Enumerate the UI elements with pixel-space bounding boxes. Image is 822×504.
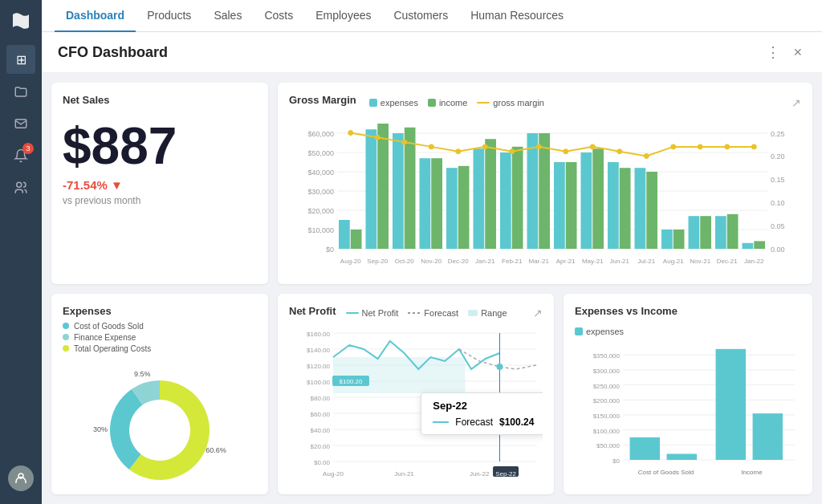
svg-rect-62 [689,216,700,249]
dashboard-actions: ⋮ ✕ [763,42,806,63]
svg-text:Mar-21: Mar-21 [529,258,550,265]
legend-gross-margin: gross margin [477,98,544,108]
svg-rect-135 [667,453,697,459]
svg-rect-48 [566,162,577,249]
svg-text:$30,000: $30,000 [307,188,334,196]
svg-text:Apr-21: Apr-21 [556,258,576,265]
svg-rect-42 [512,147,523,249]
svg-rect-38 [474,148,485,249]
svg-point-76 [482,144,487,149]
svg-rect-54 [620,168,631,249]
svg-text:$60.00: $60.00 [311,411,331,418]
nav-customers[interactable]: Customers [382,0,459,32]
change-arrow-icon: ▼ [111,178,123,192]
svg-rect-26 [366,129,377,249]
donut-legend-cogs: Cost of Goods Sold [63,322,257,331]
more-options-button[interactable]: ⋮ [763,42,783,63]
mail-icon[interactable] [6,109,35,138]
svg-rect-59 [661,230,673,249]
folder-icon[interactable] [6,77,35,106]
svg-rect-137 [753,413,783,460]
exp-income-legend: expenses [575,327,801,336]
legend-exp-income-expenses: expenses [575,327,624,336]
exp-income-title: Expenses vs Income [575,305,678,317]
expand-icon[interactable]: ↗ [791,96,801,109]
svg-text:Feb-21: Feb-21 [502,258,523,265]
notification-icon[interactable]: 3 [6,141,35,170]
gross-margin-chart: $60,000$50,000$40,000$30,000$20,000$10,0… [289,116,801,273]
nav-dashboard[interactable]: Dashboard [55,0,136,32]
svg-rect-30 [405,128,416,249]
svg-text:$140.00: $140.00 [307,347,330,354]
svg-point-84 [698,144,702,149]
svg-rect-60 [673,230,685,249]
notification-badge: 3 [22,143,34,154]
donut-chart: 60.6%30%9.5% [83,362,236,490]
svg-text:$160.00: $160.00 [307,331,330,338]
svg-text:Sep-20: Sep-20 [367,258,388,265]
expenses-title: Expenses [63,305,257,317]
svg-text:Jun-21: Jun-21 [394,470,414,478]
nav-employees[interactable]: Employees [304,0,382,32]
svg-text:$100.20: $100.20 [340,378,363,385]
svg-text:Aug-20: Aug-20 [340,258,361,265]
net-profit-expand-icon[interactable]: ↗ [533,307,543,319]
svg-text:Oct-20: Oct-20 [395,258,415,265]
nav-products[interactable]: Products [136,0,202,32]
svg-rect-108 [333,357,465,393]
svg-text:$40,000: $40,000 [307,169,334,177]
users-icon[interactable] [6,173,35,202]
close-button[interactable]: ✕ [790,44,806,60]
svg-point-85 [725,144,730,149]
expenses-vs-income-chart: $350,000$300,000$250,000$200,000$150,000… [575,341,801,484]
gross-margin-card: Gross Margin expenses income [278,83,812,284]
net-profit-legend: Net Profit Forecast Range [346,308,507,318]
svg-rect-69 [754,241,765,249]
svg-text:Jun-22: Jun-22 [470,470,490,478]
svg-text:0.20: 0.20 [771,152,785,161]
svg-text:Income: Income [741,469,763,476]
svg-text:$0: $0 [612,457,620,465]
svg-text:0.15: 0.15 [771,176,785,184]
nav-costs[interactable]: Costs [253,0,304,32]
svg-rect-56 [635,168,646,249]
svg-text:Jan-22: Jan-22 [744,258,764,265]
svg-text:0.00: 0.00 [771,246,785,254]
app-logo[interactable] [6,6,35,35]
svg-point-82 [644,153,649,158]
svg-text:$20.00: $20.00 [311,443,331,450]
svg-rect-45 [539,133,550,249]
svg-point-72 [375,135,380,140]
svg-rect-65 [715,216,726,249]
svg-rect-41 [500,152,511,249]
svg-point-78 [536,144,541,149]
svg-rect-51 [592,148,604,249]
top-navigation: Dashboard Products Sales Costs Employees… [42,0,822,32]
donut-legend-finance: Finance Expense [63,333,257,342]
legend-net-profit: Net Profit [346,308,399,318]
svg-rect-134 [630,437,660,460]
svg-text:9.5%: 9.5% [134,370,151,378]
svg-text:$300,000: $300,000 [593,368,621,375]
gross-margin-header: Gross Margin expenses income [289,94,801,111]
svg-text:Dec-20: Dec-20 [448,258,469,265]
exp-vs-income-card: Expenses vs Income expenses $350,000$300… [564,294,812,495]
svg-text:$0: $0 [326,246,334,254]
svg-rect-57 [646,172,657,249]
legend-expenses: expenses [369,98,418,108]
svg-text:Aug-20: Aug-20 [323,470,344,478]
svg-text:$10,000: $10,000 [307,226,334,234]
svg-text:Jul-21: Jul-21 [637,258,655,265]
legend-forecast: Forecast [408,308,458,318]
legend-range: Range [468,308,507,318]
gross-margin-title: Gross Margin [289,94,356,106]
user-avatar[interactable] [8,465,34,491]
svg-rect-39 [485,139,496,249]
grid-icon[interactable]: ⊞ [6,45,35,74]
nav-sales[interactable]: Sales [202,0,253,32]
svg-rect-27 [377,124,389,249]
donut-legend-operating: Total Operating Costs [63,344,257,353]
svg-text:Nov-21: Nov-21 [690,258,710,265]
svg-text:$40.00: $40.00 [311,427,331,434]
nav-human-resources[interactable]: Human Resources [459,0,575,32]
